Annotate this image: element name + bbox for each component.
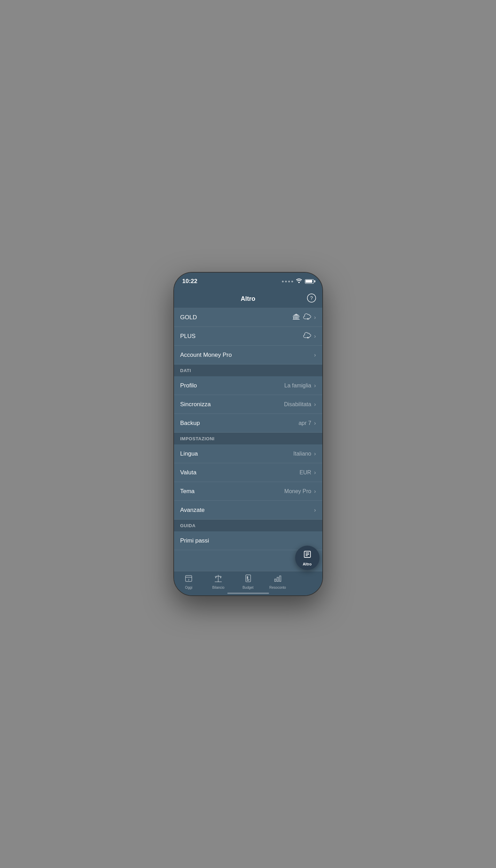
- section-group-dati: Profilo La famiglia › Sincronizza Disabi…: [174, 376, 322, 433]
- svg-rect-21: [277, 577, 278, 581]
- tab-bar: 7 Oggi Bilancio: [174, 571, 322, 595]
- svg-rect-6: [295, 317, 296, 319]
- svg-rect-17: [247, 576, 248, 579]
- svg-rect-5: [293, 317, 294, 319]
- chevron-icon-avanzate: ›: [314, 507, 316, 513]
- menu-right-account: ›: [314, 352, 316, 358]
- chevron-icon-sincronizza: ›: [314, 401, 316, 408]
- list-icon: [302, 549, 312, 561]
- menu-item-tema[interactable]: Tema Money Pro ›: [174, 482, 322, 501]
- lingua-value: Italiano: [293, 451, 312, 457]
- tab-label-budget: Budget: [243, 586, 254, 589]
- tab-label-oggi: Oggi: [185, 586, 192, 589]
- menu-item-avanzate[interactable]: Avanzate ›: [174, 501, 322, 520]
- menu-right-valuta: EUR ›: [299, 469, 316, 476]
- menu-item-valuta[interactable]: Valuta EUR ›: [174, 463, 322, 482]
- section-label-dati: DATI: [180, 368, 191, 373]
- svg-rect-4: [293, 319, 300, 320]
- status-time: 10:22: [182, 278, 197, 285]
- valuta-value: EUR: [299, 469, 311, 476]
- svg-rect-22: [280, 576, 281, 581]
- wifi-icon: [296, 278, 302, 284]
- budget-icon: [244, 574, 252, 585]
- menu-item-primi-passi[interactable]: Primi passi: [174, 531, 322, 550]
- svg-rect-7: [296, 317, 297, 319]
- menu-label-lingua: Lingua: [180, 450, 198, 457]
- signal-dots-icon: [282, 281, 293, 282]
- menu-right-backup: apr 7 ›: [299, 420, 316, 426]
- menu-label-plus: PLUS: [180, 333, 196, 340]
- menu-label-profilo: Profilo: [180, 382, 197, 389]
- menu-right-tema: Money Pro ›: [284, 488, 316, 495]
- sincronizza-value: Disabilitata: [284, 401, 311, 408]
- menu-label-gold: GOLD: [180, 314, 197, 321]
- cloud-sync-icon: [303, 313, 311, 322]
- home-indicator: [227, 593, 269, 594]
- chevron-icon-plus: ›: [314, 333, 316, 339]
- tab-label-altro: Altro: [303, 562, 312, 566]
- menu-right-gold: ›: [292, 313, 316, 322]
- scale-icon: [214, 574, 223, 585]
- menu-label-primi-passi: Primi passi: [180, 537, 209, 544]
- chart-icon: [274, 574, 282, 585]
- profilo-value: La famiglia: [284, 383, 311, 389]
- nav-title: Altro: [241, 295, 255, 303]
- svg-text:7: 7: [188, 578, 190, 581]
- menu-label-sincronizza: Sincronizza: [180, 401, 211, 408]
- svg-point-0: [298, 282, 300, 283]
- menu-item-backup[interactable]: Backup apr 7 ›: [174, 414, 322, 433]
- menu-label-avanzate: Avanzate: [180, 507, 205, 514]
- menu-right-plus: ›: [303, 332, 316, 340]
- status-bar: 10:22: [174, 273, 322, 290]
- status-icons: [282, 278, 314, 284]
- menu-label-valuta: Valuta: [180, 469, 197, 476]
- section-group-0: GOLD: [174, 308, 322, 364]
- bank-icon: [292, 313, 300, 322]
- calendar-icon: 7: [184, 574, 193, 585]
- section-header-dati: DATI: [174, 364, 322, 376]
- nav-header: Altro ?: [174, 290, 322, 308]
- tab-label-resoconto: Resoconto: [269, 586, 286, 589]
- svg-rect-8: [298, 317, 298, 319]
- tema-value: Money Pro: [284, 488, 311, 495]
- menu-right-profilo: La famiglia ›: [284, 383, 316, 389]
- menu-label-account: Account Money Pro: [180, 352, 232, 359]
- tab-bilancio[interactable]: Bilancio: [204, 574, 233, 589]
- section-label-impostazioni: IMPOSTAZIONI: [180, 436, 215, 441]
- tab-budget[interactable]: Budget: [233, 574, 263, 589]
- menu-right-sincronizza: Disabilitata ›: [284, 401, 316, 408]
- menu-right-avanzate: ›: [314, 507, 316, 513]
- battery-icon: [305, 279, 314, 284]
- menu-item-gold[interactable]: GOLD: [174, 308, 322, 327]
- menu-item-profilo[interactable]: Profilo La famiglia ›: [174, 376, 322, 395]
- chevron-icon: ›: [314, 314, 316, 321]
- cloud-sync-icon-plus: [303, 332, 311, 340]
- chevron-icon-lingua: ›: [314, 451, 316, 457]
- menu-label-tema: Tema: [180, 488, 195, 495]
- menu-item-plus[interactable]: PLUS ›: [174, 327, 322, 346]
- menu-right-lingua: Italiano ›: [293, 451, 316, 457]
- tab-label-bilancio: Bilancio: [212, 586, 225, 589]
- backup-value: apr 7: [299, 420, 311, 426]
- chevron-icon-tema: ›: [314, 488, 316, 495]
- phone-frame: 10:22 Altro ?: [173, 272, 323, 596]
- section-header-guida: GUIDA: [174, 520, 322, 531]
- help-button[interactable]: ?: [307, 294, 316, 305]
- tab-oggi[interactable]: 7 Oggi: [174, 574, 204, 589]
- scroll-content: GOLD: [174, 308, 322, 572]
- menu-item-sincronizza[interactable]: Sincronizza Disabilitata ›: [174, 395, 322, 414]
- section-header-impostazioni: IMPOSTAZIONI: [174, 433, 322, 444]
- chevron-icon-backup: ›: [314, 420, 316, 426]
- chevron-icon-account: ›: [314, 352, 316, 358]
- tab-resoconto[interactable]: Resoconto: [263, 574, 292, 589]
- chevron-icon-valuta: ›: [314, 469, 316, 476]
- menu-item-account[interactable]: Account Money Pro ›: [174, 346, 322, 364]
- svg-rect-20: [275, 579, 276, 581]
- svg-text:?: ?: [310, 295, 313, 301]
- chevron-icon-profilo: ›: [314, 383, 316, 389]
- section-label-guida: GUIDA: [180, 523, 196, 528]
- menu-item-lingua[interactable]: Lingua Italiano ›: [174, 444, 322, 463]
- section-group-guida: Primi passi: [174, 531, 322, 550]
- tab-active-circle: Altro: [295, 546, 320, 570]
- menu-label-backup: Backup: [180, 420, 200, 427]
